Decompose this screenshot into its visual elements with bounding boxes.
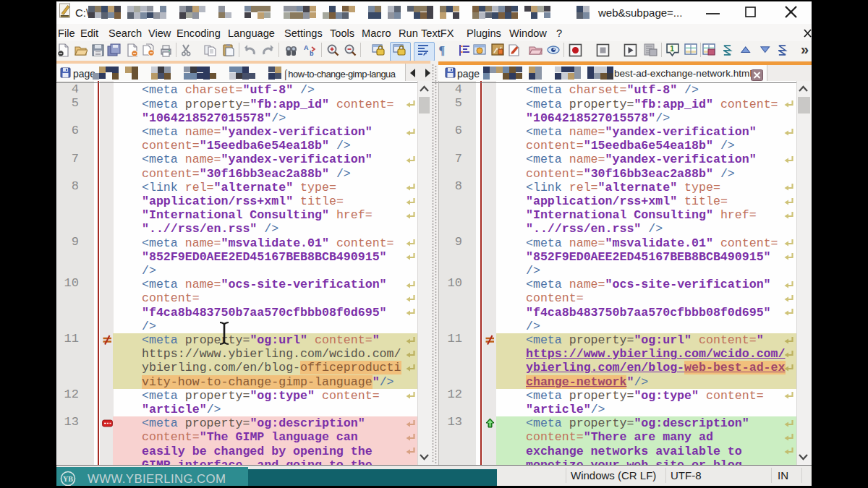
svg-text:YB: YB [63, 475, 73, 483]
